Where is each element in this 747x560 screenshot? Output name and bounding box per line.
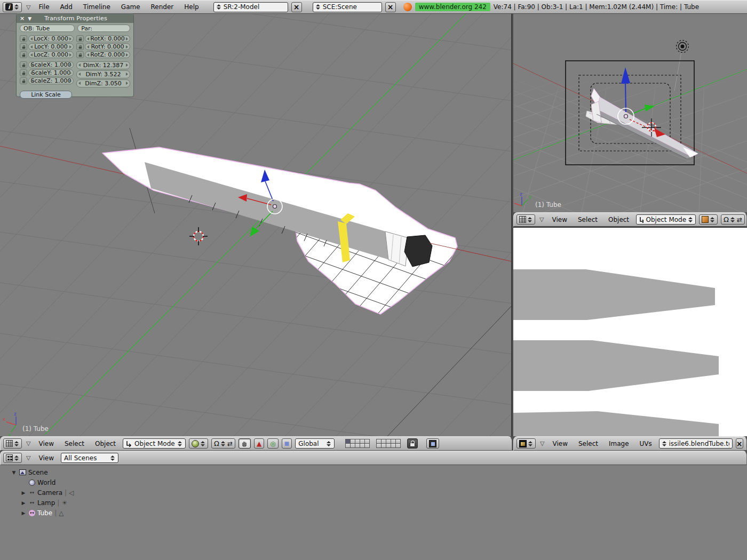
uv-editor-canvas[interactable]	[513, 228, 747, 436]
render-preview-button[interactable]	[426, 438, 439, 449]
expand-closed-icon[interactable]: ▶	[20, 490, 27, 495]
scene-filter-dropdown[interactable]: All Scenes	[61, 453, 118, 463]
menu-game[interactable]: Game	[117, 3, 144, 11]
lock-scalez-button[interactable]	[20, 77, 27, 84]
uv-menu-select[interactable]: Select	[575, 440, 602, 447]
manipulator-hand-toggle[interactable]	[239, 438, 251, 449]
view3d-menu-view[interactable]: View	[35, 440, 57, 447]
lock-rotx-button[interactable]	[76, 35, 84, 42]
outliner-item-camera[interactable]: ▶ ↔ Camera | ◁	[11, 487, 747, 498]
lamp-data-icon[interactable]: ☀	[61, 499, 67, 507]
camera-menu-select[interactable]: Select	[574, 216, 601, 223]
panel-close-icon[interactable]: ×	[20, 15, 25, 22]
outliner-item-world[interactable]: World	[11, 477, 747, 487]
window-type-button-outliner[interactable]	[3, 453, 22, 463]
screen-selector[interactable]: SR:2-Model	[213, 2, 288, 12]
header-menus-collapse-icon[interactable]: ▽	[25, 440, 31, 447]
outliner-label-lamp[interactable]: Lamp	[37, 499, 55, 507]
scalex-field[interactable]: ScaleX: 1.000	[28, 61, 74, 68]
expand-closed-icon[interactable]: ▶	[20, 510, 27, 516]
menu-help[interactable]: Help	[180, 3, 202, 11]
camera-draw-type-dropdown[interactable]	[699, 214, 718, 225]
locx-field[interactable]: LocX: 0.000	[28, 35, 74, 42]
window-type-button-uv[interactable]	[516, 438, 536, 449]
lock-scalex-button[interactable]	[20, 61, 27, 68]
image-selector[interactable]: issile6.blendTube.tg	[659, 438, 733, 449]
cursor-3d[interactable]	[189, 227, 208, 245]
expand-closed-icon[interactable]: ▶	[20, 500, 27, 506]
locz-field[interactable]: LocZ: 0.000	[28, 51, 74, 58]
viewport-camera[interactable]: z x y (1) Tube	[513, 14, 747, 212]
viewport-camera-canvas[interactable]: z x y (1) Tube	[513, 14, 747, 212]
uv-image-editor[interactable]	[513, 227, 747, 436]
object-origin[interactable]	[273, 205, 277, 209]
scaley-field[interactable]: ScaleY: 1.000	[28, 69, 74, 76]
outliner-item-scene[interactable]: ▼ Scene	[11, 467, 747, 477]
camera-pivot-dropdown[interactable]: Ω ⇄	[721, 214, 745, 225]
outliner-menu-view[interactable]: View	[35, 454, 57, 462]
header-menus-collapse-icon[interactable]: ▽	[25, 454, 31, 461]
pivot-dropdown[interactable]: Ω ⇄	[211, 438, 235, 449]
header-menus-collapse-icon[interactable]: ▽	[539, 440, 545, 447]
locy-field[interactable]: LocY: 0.000	[28, 43, 74, 50]
mode-dropdown[interactable]: Object Mode	[123, 438, 186, 449]
mesh-data-icon[interactable]: △	[59, 509, 63, 517]
manipulator-rotate-toggle[interactable]: ◎	[267, 438, 278, 449]
outliner-panel[interactable]: ▼ Scene World ▶ ↔ Camera | ◁ ▶ ↔ Lamp | …	[0, 465, 747, 560]
scalez-field[interactable]: ScaleZ: 1.000	[28, 77, 74, 84]
outliner-label-scene[interactable]: Scene	[28, 469, 48, 476]
transform-properties-panel[interactable]: × ▼ Transform Properties OB: Tube Par: L…	[16, 13, 134, 97]
uv-menu-uvs[interactable]: UVs	[636, 440, 656, 447]
rotx-field[interactable]: RotX: 0.000	[85, 35, 130, 42]
view3d-menu-select[interactable]: Select	[61, 440, 88, 447]
view3d-menu-object[interactable]: Object	[91, 440, 120, 447]
draw-type-dropdown[interactable]	[189, 438, 208, 449]
lock-rotz-button[interactable]	[76, 51, 84, 58]
scene-close-button[interactable]: ×	[385, 2, 396, 12]
lock-locz-button[interactable]	[20, 51, 27, 58]
dimy-field[interactable]: DimY: 3.522	[76, 70, 130, 78]
transform-panel-header[interactable]: × ▼ Transform Properties	[17, 14, 133, 23]
layer-buttons-group-1[interactable]	[345, 439, 373, 448]
parent-field[interactable]: Par:	[77, 25, 130, 32]
camera-mode-dropdown[interactable]: Object Mode	[636, 214, 696, 225]
rotz-field[interactable]: RotZ: 0.000	[85, 51, 130, 58]
info-window-type-button[interactable]: i	[3, 2, 22, 12]
lock-locx-button[interactable]	[20, 35, 27, 42]
object-name-field[interactable]: OB: Tube	[20, 25, 75, 32]
outliner-item-tube[interactable]: ▶ ↔ Tube | △	[11, 508, 747, 518]
camera-menu-object[interactable]: Object	[605, 216, 633, 223]
header-collapse-icon[interactable]: ▽	[25, 4, 31, 11]
menu-render[interactable]: Render	[147, 3, 178, 11]
manipulator-scale-toggle[interactable]: ■	[282, 438, 292, 449]
window-type-button-3d[interactable]	[3, 438, 22, 449]
outliner-label-camera[interactable]: Camera	[37, 489, 62, 497]
orientation-dropdown[interactable]: Global	[295, 438, 335, 449]
menu-timeline[interactable]: Timeline	[80, 3, 114, 11]
image-close-button[interactable]: ×	[736, 438, 743, 449]
lock-locy-button[interactable]	[20, 43, 27, 50]
link-scale-button[interactable]: Link Scale	[20, 91, 72, 99]
uv-menu-image[interactable]: Image	[605, 440, 633, 447]
camera-menu-view[interactable]: View	[548, 216, 570, 223]
menu-file[interactable]: File	[35, 3, 53, 11]
manipulator-translate-toggle[interactable]: ▲	[254, 438, 264, 449]
outliner-label-tube[interactable]: Tube	[37, 509, 52, 517]
dimx-field[interactable]: DimX: 12.387	[76, 61, 130, 69]
outliner-item-lamp[interactable]: ▶ ↔ Lamp | ☀	[11, 498, 747, 508]
roty-field[interactable]: RotY: 0.000	[85, 43, 130, 50]
menu-add[interactable]: Add	[57, 3, 76, 11]
lock-roty-button[interactable]	[76, 43, 84, 50]
outliner-label-world[interactable]: World	[37, 479, 55, 486]
layer-buttons-group-2[interactable]	[376, 439, 404, 448]
expand-open-icon[interactable]: ▼	[11, 470, 17, 475]
window-type-button-camera[interactable]	[516, 214, 535, 225]
lock-scaley-button[interactable]	[20, 69, 27, 76]
scene-selector[interactable]: SCE:Scene	[313, 2, 382, 12]
dimz-field[interactable]: DimZ: 3.050	[76, 79, 130, 87]
camera-data-icon[interactable]: ◁	[69, 489, 74, 497]
screen-close-button[interactable]: ×	[291, 2, 302, 12]
panel-collapse-icon[interactable]: ▼	[28, 16, 31, 21]
layer-lock-toggle[interactable]	[407, 438, 418, 449]
header-menus-collapse-icon[interactable]: ▽	[538, 216, 545, 223]
